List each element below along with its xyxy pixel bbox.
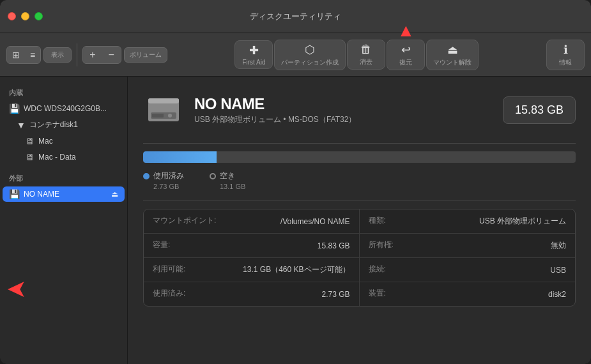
capacity-label: 容量: [153, 239, 170, 250]
close-button[interactable] [8, 12, 16, 20]
view-button[interactable]: 表示 [43, 47, 72, 63]
erase-button[interactable]: 🗑 消去 [347, 40, 385, 70]
sidebar-arrow-indicator: ➤ [6, 275, 27, 303]
toolbar-center: ✚ First Aid ⬡ パーティション作成 🗑 消去 ▲ ↩ 復元 ⏏ [175, 40, 539, 70]
disk-header: NO NAME USB 外部物理ボリューム • MS-DOS（FAT32） 15… [143, 89, 576, 130]
mount-point-cell: マウントポイント: /Volumes/NO NAME [144, 209, 360, 233]
type-label: 種類: [369, 215, 386, 226]
toolbar: ⊞ ≡ 表示 + − ボリューム ✚ First Aid ⬡ パーティ [0, 33, 591, 77]
view-toggle: ⊞ ≡ [6, 46, 41, 64]
drive-icon: 💾 [9, 103, 20, 114]
device-cell: 装置: disk2 [360, 282, 576, 306]
info-grid: マウントポイント: /Volumes/NO NAME 種類: USB 外部物理ボ… [143, 209, 576, 307]
svg-rect-1 [148, 98, 179, 103]
container-icon: ▼ [17, 120, 26, 130]
free-value-legend: 13.1 GB [210, 183, 245, 190]
sidebar-item-wdc[interactable]: 💾 WDC WDS240G2G0B... [3, 101, 125, 116]
usage-bar-container [143, 151, 576, 163]
fullscreen-button[interactable] [35, 12, 43, 20]
first-aid-button[interactable]: ✚ First Aid [234, 40, 273, 69]
info-icon: ℹ [564, 43, 568, 57]
connection-value: USB [550, 266, 566, 275]
divider-1 [143, 143, 576, 144]
free-legend: 空き 13.1 GB [210, 171, 245, 190]
owner-value: 無効 [551, 240, 566, 251]
divider-2 [143, 201, 576, 201]
sidebar-item-container[interactable]: ▼ コンテナdisk1 [3, 117, 125, 133]
content-area: NO NAME USB 外部物理ボリューム • MS-DOS（FAT32） 15… [128, 77, 591, 364]
disk-subtitle: USB 外部物理ボリューム • MS-DOS（FAT32） [194, 114, 493, 125]
disk-size-badge: 15.83 GB [503, 96, 576, 124]
add-remove-group: + − [82, 46, 121, 64]
used-value-legend: 2.73 GB [143, 183, 184, 190]
external-section-label: 外部 [0, 171, 127, 186]
mac-icon: 🖥 [26, 136, 35, 146]
minimize-button[interactable] [21, 12, 29, 20]
owner-cell: 所有権: 無効 [360, 234, 576, 257]
view-icon-button[interactable]: ≡ [25, 47, 40, 63]
sidebar-item-mac[interactable]: 🖥 Mac [3, 133, 125, 149]
used-cell: 使用済み: 2.73 GB [144, 282, 360, 306]
internal-section-label: 内蔵 [0, 86, 127, 100]
svg-point-4 [168, 114, 172, 118]
usage-legend: 使用済み 2.73 GB 空き 13.1 GB [143, 171, 576, 190]
device-value: disk2 [548, 290, 566, 299]
used-legend: 使用済み 2.73 GB [143, 171, 184, 190]
type-value: USB 外部物理ボリューム [479, 216, 566, 227]
add-button[interactable]: + [83, 47, 102, 63]
disk-name: NO NAME [194, 95, 493, 113]
remove-button[interactable]: − [102, 47, 121, 63]
capacity-cell: 容量: 15.83 GB [144, 234, 360, 257]
type-cell: 種類: USB 外部物理ボリューム [360, 209, 576, 233]
svg-rect-3 [152, 114, 164, 118]
window-title: ディスクユーティリティ [250, 11, 341, 22]
restore-icon: ↩ [401, 43, 411, 57]
available-cell: 利用可能: 13.1 GB（460 KBページ可能） [144, 258, 360, 282]
toolbar-left: ⊞ ≡ 表示 + − ボリューム [6, 43, 167, 66]
traffic-lights [8, 12, 43, 20]
noname-drive-icon: 💾 [9, 189, 20, 199]
partition-icon: ⬡ [305, 43, 315, 57]
mount-point-value: /Volumes/NO NAME [280, 217, 350, 226]
free-label: 空き [220, 171, 235, 181]
macdata-icon: 🖥 [26, 152, 35, 162]
info-row-2: 容量: 15.83 GB 所有権: 無効 [144, 234, 575, 258]
capacity-value: 15.83 GB [318, 241, 350, 250]
mount-point-label: マウントポイント: [153, 215, 216, 226]
connection-cell: 接続: USB [360, 258, 576, 282]
main-area: 内蔵 💾 WDC WDS240G2G0B... ▼ コンテナdisk1 🖥 Ma… [0, 77, 591, 364]
device-label: 装置: [369, 288, 386, 299]
sidebar-item-noname[interactable]: 💾 NO NAME ⏏ [3, 186, 125, 202]
titlebar: ディスクユーティリティ [0, 0, 591, 33]
available-label: 利用可能: [153, 264, 185, 275]
unmount-button[interactable]: ⏏ マウント解除 [426, 40, 479, 70]
eject-icon: ⏏ [111, 190, 118, 199]
disk-icon [143, 89, 184, 130]
disk-info: NO NAME USB 外部物理ボリューム • MS-DOS（FAT32） [194, 95, 493, 125]
available-value: 13.1 GB（460 KBページ可能） [243, 264, 349, 275]
partition-button[interactable]: ⬡ パーティション作成 [274, 40, 346, 70]
view-list-button[interactable]: ⊞ [7, 47, 25, 63]
sidebar-item-macdata[interactable]: 🖥 Mac - Data [3, 149, 125, 165]
first-aid-icon: ✚ [249, 43, 259, 57]
restore-button[interactable]: ↩ 復元 [387, 40, 425, 70]
used-label: 使用済み: [153, 288, 185, 299]
used-dot [143, 173, 150, 179]
owner-label: 所有権: [369, 239, 394, 250]
used-label: 使用済み [153, 171, 184, 181]
volume-button[interactable]: ボリューム [124, 47, 167, 63]
used-value: 2.73 GB [321, 290, 349, 299]
info-row-3: 利用可能: 13.1 GB（460 KBページ可能） 接続: USB [144, 258, 575, 282]
usage-bar-fill [143, 151, 217, 163]
sidebar: 内蔵 💾 WDC WDS240G2G0B... ▼ コンテナdisk1 🖥 Ma… [0, 77, 128, 364]
connection-label: 接続: [369, 264, 386, 275]
unmount-icon: ⏏ [447, 43, 458, 57]
info-button[interactable]: ℹ 情報 [546, 40, 585, 70]
erase-icon: 🗑 [360, 43, 372, 56]
main-window: ディスクユーティリティ ⊞ ≡ 表示 + − ボリューム ✚ [0, 0, 591, 364]
info-row-4: 使用済み: 2.73 GB 装置: disk2 [144, 282, 575, 306]
toolbar-right: ℹ 情報 [546, 40, 585, 70]
info-row-1: マウントポイント: /Volumes/NO NAME 種類: USB 外部物理ボ… [144, 209, 575, 234]
free-dot [210, 173, 216, 179]
